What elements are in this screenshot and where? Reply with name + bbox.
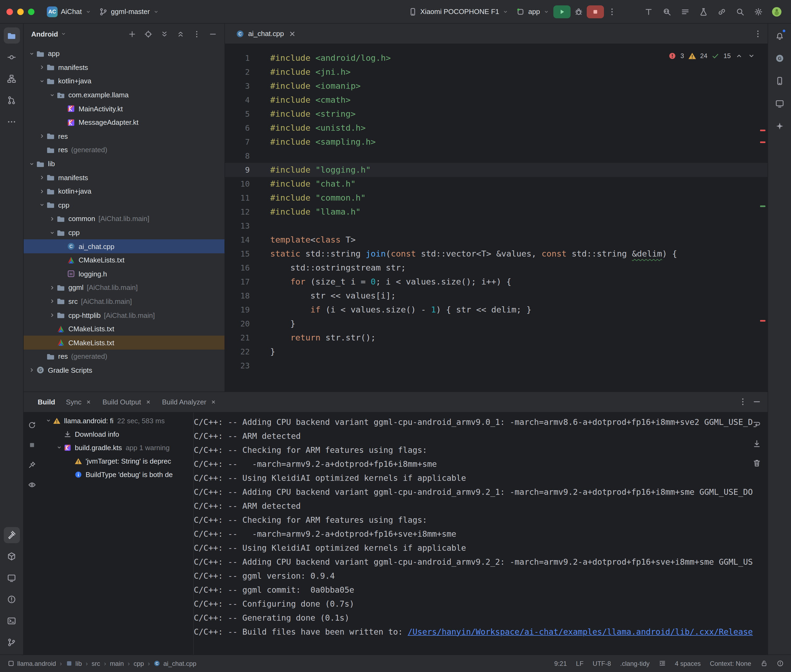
code-line-9[interactable]: 9#include "logging.h" xyxy=(225,163,767,177)
tree-item-src[interactable]: src[AiChat.lib.main] xyxy=(24,294,225,308)
device-selector[interactable]: Xiaomi POCOPHONE F1 xyxy=(405,5,513,18)
chevron-right-icon[interactable] xyxy=(47,216,56,222)
gradle-tool-icon[interactable]: G xyxy=(771,50,788,66)
locate-file-button[interactable] xyxy=(141,27,154,40)
editor-options-button[interactable] xyxy=(751,27,764,40)
close-icon[interactable] xyxy=(145,399,151,405)
chevron-right-icon[interactable] xyxy=(37,64,46,71)
chevron-down-icon[interactable] xyxy=(44,418,53,424)
close-icon[interactable] xyxy=(86,399,92,405)
project-tool-icon[interactable] xyxy=(3,27,20,43)
tree-item-cpp-httplib[interactable]: cpp-httplib[AiChat.lib.main] xyxy=(24,309,225,322)
code-line-14[interactable]: 14template<class T> xyxy=(225,233,767,247)
tree-item-kotlin-java[interactable]: kotlin+java xyxy=(24,74,225,88)
line-number[interactable]: 14 xyxy=(225,233,250,247)
tree-item-common[interactable]: common[AiChat.lib.main] xyxy=(24,212,225,226)
line-number[interactable]: 16 xyxy=(225,261,250,275)
code-line-12[interactable]: 12#include "llama.h" xyxy=(225,205,767,219)
chevron-right-icon[interactable] xyxy=(37,133,46,139)
line-number[interactable]: 4 xyxy=(225,93,250,107)
tree-item-gradle-scripts[interactable]: GGradle Scripts xyxy=(24,363,225,377)
line-number[interactable]: 6 xyxy=(225,121,250,135)
structure-tool-icon[interactable] xyxy=(3,70,20,86)
chevron-down-icon[interactable] xyxy=(37,78,46,85)
assistant-tool-icon[interactable] xyxy=(771,118,788,134)
ide-errors-icon[interactable] xyxy=(777,660,783,667)
line-separator[interactable]: LF xyxy=(576,660,584,667)
line-number[interactable]: 22 xyxy=(225,345,250,359)
chevron-down-icon[interactable] xyxy=(47,229,56,236)
breadcrumb-item-llama-android[interactable]: llama.android xyxy=(8,660,56,667)
tree-item-kotlin-java[interactable]: kotlin+java xyxy=(24,184,225,198)
dependencies-tool-icon[interactable] xyxy=(3,548,20,565)
chevron-down-icon[interactable] xyxy=(27,51,36,57)
vcs-branch-selector[interactable]: ggml-master xyxy=(95,5,164,18)
code-line-19[interactable]: 19 if (i < values.size() - 1) { str << d… xyxy=(225,303,767,317)
code-line-2[interactable]: 2#include <jni.h> xyxy=(225,65,767,79)
close-icon[interactable] xyxy=(211,399,217,405)
logcat-tool-icon[interactable] xyxy=(3,570,20,586)
build-tree-item-download-info[interactable]: Download info xyxy=(40,427,193,441)
window-close-button[interactable] xyxy=(6,8,13,15)
chevron-right-icon[interactable] xyxy=(37,188,46,194)
caret-position[interactable]: 9:21 xyxy=(554,660,567,667)
new-item-button[interactable] xyxy=(125,27,138,40)
tree-item-cmakelists-txt[interactable]: CMakeLists.txt xyxy=(24,336,225,350)
todo-list-button[interactable] xyxy=(677,4,693,19)
profile-avatar[interactable] xyxy=(769,4,785,19)
code-line-4[interactable]: 4#include <cmath> xyxy=(225,93,767,107)
build-variants-button[interactable] xyxy=(695,4,711,19)
running-devices-icon[interactable] xyxy=(771,95,788,111)
clear-output-button[interactable] xyxy=(750,456,763,469)
error-stripe-mark[interactable] xyxy=(760,141,765,143)
code-line-3[interactable]: 3#include <iomanip> xyxy=(225,79,767,93)
line-number[interactable]: 17 xyxy=(225,275,250,289)
code-line-13[interactable]: 13 xyxy=(225,219,767,233)
breadcrumb-item-src[interactable]: src xyxy=(91,660,100,667)
close-icon[interactable] xyxy=(288,29,296,38)
line-number[interactable]: 9 xyxy=(225,163,250,177)
chevron-right-icon[interactable] xyxy=(47,285,56,291)
tree-item-res[interactable]: res(generated) xyxy=(24,143,225,157)
search-everywhere-button[interactable] xyxy=(732,4,748,19)
tree-item-logging-h[interactable]: Hlogging.h xyxy=(24,267,225,281)
code-line-10[interactable]: 10#include "chat.h" xyxy=(225,177,767,191)
debug-button[interactable] xyxy=(571,4,587,19)
build-tab-sync[interactable]: Sync xyxy=(61,392,97,412)
code-line-23[interactable]: 23 xyxy=(225,359,767,373)
expand-all-button[interactable] xyxy=(158,27,171,40)
tree-item-cpp[interactable]: cpp xyxy=(24,226,225,239)
code-line-8[interactable]: 8 xyxy=(225,149,767,163)
line-number[interactable]: 10 xyxy=(225,177,250,191)
line-number[interactable]: 13 xyxy=(225,219,250,233)
line-number[interactable]: 21 xyxy=(225,331,250,345)
tree-item-ai-chat-cpp[interactable]: Cai_chat.cpp xyxy=(24,240,225,253)
project-view-selector[interactable]: Android xyxy=(31,30,58,38)
build-tool-icon[interactable] xyxy=(3,527,20,543)
code-line-15[interactable]: 15static std::string join(const std::vec… xyxy=(225,247,767,261)
code-area[interactable]: 1#include <android/log.h>2#include <jni.… xyxy=(225,44,767,391)
window-zoom-button[interactable] xyxy=(28,8,34,15)
tree-item-res[interactable]: res xyxy=(24,130,225,143)
hide-panel-button[interactable] xyxy=(206,27,219,40)
code-line-22[interactable]: 22} xyxy=(225,345,767,359)
code-line-7[interactable]: 7#include <sampling.h> xyxy=(225,135,767,149)
filter-output-button[interactable] xyxy=(25,478,38,491)
build-tab-build-analyzer[interactable]: Build Analyzer xyxy=(157,392,222,412)
next-problem-icon[interactable] xyxy=(747,52,756,60)
line-number[interactable]: 3 xyxy=(225,79,250,93)
version-control-tool-icon[interactable] xyxy=(3,634,20,651)
code-line-11[interactable]: 11#include "common.h" xyxy=(225,191,767,205)
tree-item-mainactivity-kt[interactable]: MainActivity.kt xyxy=(24,102,225,116)
chevron-right-icon[interactable] xyxy=(27,367,36,373)
line-number[interactable]: 12 xyxy=(225,205,250,219)
more-tool-windows-icon[interactable] xyxy=(3,114,20,130)
build-options-button[interactable] xyxy=(736,395,749,408)
project-selector[interactable]: AC AiChat xyxy=(43,4,95,19)
error-stripe-mark[interactable] xyxy=(760,130,765,131)
tree-item-manifests[interactable]: manifests xyxy=(24,61,225,74)
tree-item-ggml[interactable]: ggml[AiChat.lib.main] xyxy=(24,281,225,294)
tree-item-cpp[interactable]: cpp xyxy=(24,198,225,212)
inspections-widget[interactable]: 3 24 15 xyxy=(666,51,757,61)
clang-tidy-status[interactable]: .clang-tidy xyxy=(620,660,650,667)
